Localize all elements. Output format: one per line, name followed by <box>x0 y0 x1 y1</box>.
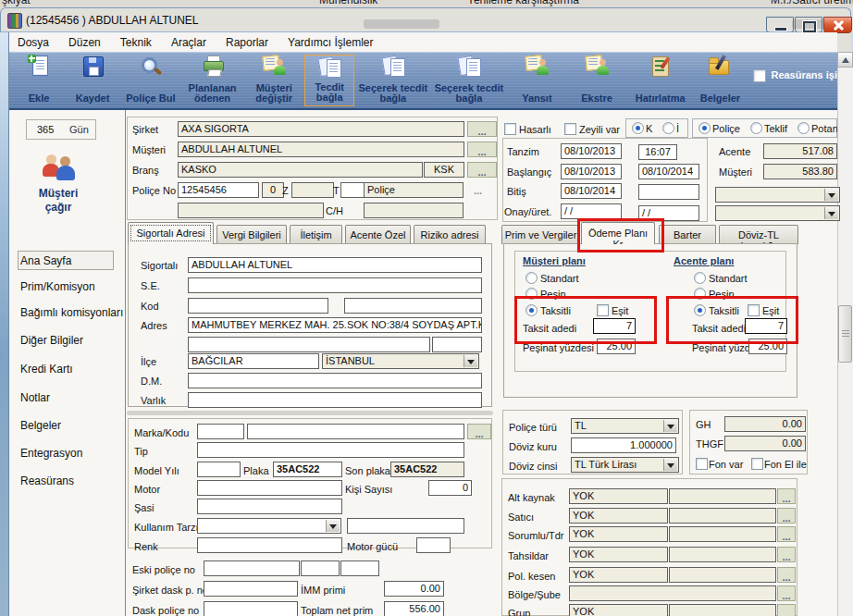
grup-field[interactable]: YOK <box>569 604 668 616</box>
kod-field-1[interactable] <box>188 298 328 314</box>
tahsildar-field[interactable]: YOK <box>569 547 668 562</box>
musteri-field[interactable]: ABDULLAH ALTUNEL <box>178 142 464 157</box>
musteri-taksit-adedi-field[interactable]: 7 <box>593 318 636 334</box>
fon-var-checkbox[interactable] <box>696 458 708 470</box>
bolge-sube-lookup-button[interactable]: ... <box>777 585 796 601</box>
musteri-standart-radio[interactable] <box>525 272 538 284</box>
kullanim-extra-field[interactable] <box>347 518 464 534</box>
menu-yardimci-islemler[interactable]: Yardımcı İşlemler <box>279 32 381 49</box>
fon-el-ile-checkbox[interactable] <box>751 458 763 470</box>
marka-field[interactable] <box>247 424 464 439</box>
sidebar-item-ana-sayfa[interactable]: Ana Sayfa <box>20 254 71 267</box>
dask-police-field[interactable] <box>204 601 298 616</box>
tecdit-bagla-button[interactable]: Tecdit bağla <box>304 55 354 106</box>
satici-field-2[interactable] <box>669 508 776 524</box>
adres-field-2[interactable] <box>188 337 430 352</box>
pol-kesen-field[interactable]: YOK <box>569 567 668 583</box>
potansiyel-radio[interactable] <box>797 122 810 134</box>
onay-field[interactable]: / / <box>561 203 622 219</box>
baslangic2-field[interactable]: 08/10/2014 <box>638 164 699 179</box>
onay2-field[interactable]: / / <box>638 205 699 221</box>
marka-lookup-button[interactable]: ... <box>467 424 491 439</box>
acente-taksitli-radio[interactable] <box>694 304 706 316</box>
musteri-esit-checkbox[interactable] <box>597 304 609 316</box>
i-radio[interactable] <box>662 122 674 134</box>
menu-raporlar[interactable]: Raporlar <box>217 32 277 49</box>
acente-pesinat-field[interactable]: 25.00 <box>748 339 787 354</box>
tahsildar-field-2[interactable] <box>669 547 776 562</box>
ekle-button[interactable]: Ekle <box>15 55 63 106</box>
ilce-field[interactable]: BAĞCILAR <box>188 353 319 369</box>
marka-kod-field[interactable] <box>197 424 244 439</box>
musteri-pesinat-field[interactable]: 25.00 <box>597 339 636 354</box>
pol-kesen-field-2[interactable] <box>669 567 776 583</box>
tab-doviz-tl-karsiligi[interactable]: Döviz-TL karşılığı <box>719 225 798 244</box>
imm-primi-field[interactable]: 0.00 <box>384 581 444 597</box>
teklif-radio[interactable] <box>750 122 762 134</box>
police-bul-button[interactable]: Poliçe Bul <box>122 55 179 106</box>
sorumlu-field-2[interactable] <box>669 526 776 542</box>
belgeler-button[interactable]: Belgeler <box>694 55 746 106</box>
sidebar-item-prim-komisyon[interactable]: Prim/Komisyon <box>20 280 95 293</box>
brans-field[interactable]: KASKO <box>178 162 423 178</box>
alt-kaynak-field-2[interactable] <box>669 488 776 504</box>
musteri-pesin-radio[interactable] <box>525 288 538 300</box>
police-radio[interactable] <box>698 122 711 134</box>
planlanan-odenen-button[interactable]: Planlanan ödenen <box>181 55 244 106</box>
tab-vergi-bilgileri[interactable]: Vergi Bilgileri <box>216 225 287 244</box>
doviz-kuru-field[interactable]: 1.000000 <box>571 437 676 453</box>
saat-field[interactable]: 16:07 <box>638 144 677 160</box>
acente-esit-checkbox[interactable] <box>748 304 760 316</box>
sasi-field[interactable] <box>197 499 342 514</box>
sidebar-item-reasurans[interactable]: Reasürans <box>20 474 74 487</box>
bolge-sube-field[interactable] <box>569 585 776 601</box>
ekstre-button[interactable]: Ekstre <box>567 55 626 106</box>
kaydet-button[interactable]: Kaydet <box>65 55 120 106</box>
tab-iletisim[interactable]: İletişim <box>290 225 342 244</box>
zeyil-no-field[interactable]: 0 <box>262 182 284 198</box>
menu-araclar[interactable]: Araçlar <box>163 32 215 49</box>
acente-taksit-adedi-field[interactable]: 7 <box>745 318 787 334</box>
tab-riziko-adresi[interactable]: Riziko adresi <box>414 225 486 244</box>
pol-kesen-lookup-button[interactable]: ... <box>777 567 796 583</box>
eski-police-field-3[interactable] <box>340 561 379 576</box>
tab-prim-ve-vergiler[interactable]: Prim ve Vergiler <box>501 225 580 244</box>
eski-police-field-2[interactable] <box>301 561 340 576</box>
status-dropdown-2[interactable] <box>715 205 840 221</box>
motor-field[interactable] <box>197 480 342 496</box>
motor-gucu-field[interactable] <box>416 537 451 553</box>
scrollbar-up-button[interactable] <box>837 52 853 68</box>
varlik-field[interactable] <box>188 392 482 408</box>
alt-kaynak-field[interactable]: YOK <box>569 488 668 504</box>
t-field[interactable] <box>340 182 366 198</box>
sidebar-item-notlar[interactable]: Notlar <box>20 391 50 404</box>
restore-button[interactable] <box>795 17 822 33</box>
doviz-cinsi-dropdown[interactable]: TL Türk Lirası <box>571 457 679 473</box>
sidebar-item-belgeler[interactable]: Belgeler <box>20 419 61 432</box>
toplam-net-prim-field[interactable]: 556.00 <box>384 601 444 616</box>
grup-field-2[interactable] <box>669 604 776 616</box>
eski-police-field[interactable] <box>204 561 300 576</box>
tab-sigortali-adresi[interactable]: Sigortalı Adresi <box>128 222 214 244</box>
grup-lookup-button[interactable]: ... <box>777 604 796 616</box>
tahsildar-lookup-button[interactable]: ... <box>777 547 796 562</box>
se-field[interactable] <box>188 277 482 293</box>
scrollbar-thumb[interactable] <box>838 305 852 363</box>
adres-field-3[interactable] <box>432 337 482 352</box>
acente-pesin-radio[interactable] <box>694 288 706 300</box>
musteri-degistir-button[interactable]: Müşteri değiştir <box>245 55 303 106</box>
plaka-field[interactable]: 35AC522 <box>273 462 342 477</box>
z-field[interactable] <box>291 182 334 198</box>
menu-teknik[interactable]: Teknik <box>112 32 160 49</box>
sidebar-item-entegrasyon[interactable]: Entegrasyon <box>20 447 82 460</box>
menu-dosya[interactable]: Dosya <box>9 32 57 49</box>
tab-odeme-plani[interactable]: Ödeme Planı Kr <box>581 222 655 244</box>
days-value[interactable]: 365 <box>37 124 54 135</box>
mid-empty-field[interactable] <box>638 184 699 200</box>
model-yili-field[interactable] <box>197 462 241 477</box>
sorumlu-lookup-button[interactable]: ... <box>777 526 796 542</box>
sigortali-field[interactable]: ABDULLAH ALTUNEL <box>188 257 482 273</box>
people-icon[interactable] <box>41 154 78 183</box>
tanzim-field[interactable]: 08/10/2013 <box>561 143 622 159</box>
hatirlatma-button[interactable]: Hatırlatma <box>628 55 693 106</box>
